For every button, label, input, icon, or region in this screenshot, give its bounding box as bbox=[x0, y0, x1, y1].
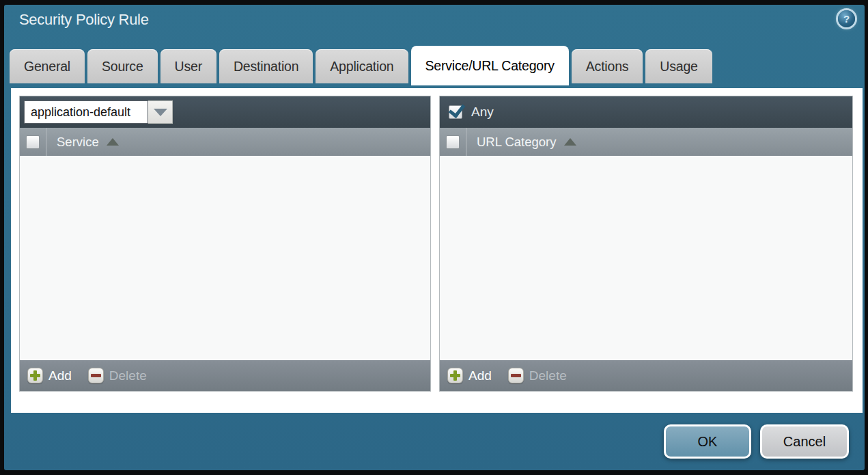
delete-button-label: Delete bbox=[109, 368, 147, 383]
url-category-footer: Add Delete bbox=[440, 360, 852, 391]
add-button-label: Add bbox=[468, 368, 492, 383]
tab-label: Application bbox=[330, 59, 393, 74]
url-category-toolbar: Any bbox=[440, 96, 852, 128]
sort-asc-icon bbox=[564, 138, 576, 146]
any-checkbox-group: Any bbox=[444, 105, 494, 120]
chevron-down-icon bbox=[154, 109, 167, 116]
tab-general[interactable]: General bbox=[10, 49, 85, 83]
tab-label: Service/URL Category bbox=[425, 58, 555, 74]
sort-asc-icon bbox=[107, 138, 119, 146]
minus-icon bbox=[508, 368, 524, 383]
tab-source[interactable]: Source bbox=[87, 49, 158, 83]
service-footer: Add Delete bbox=[20, 360, 430, 391]
cancel-button[interactable]: Cancel bbox=[760, 424, 849, 459]
add-button-label: Add bbox=[48, 368, 72, 383]
plus-icon bbox=[27, 368, 43, 383]
tab-label: Usage bbox=[660, 59, 697, 74]
delete-button-label: Delete bbox=[529, 368, 567, 383]
ok-button[interactable]: OK bbox=[664, 424, 751, 459]
tab-usage[interactable]: Usage bbox=[645, 49, 712, 83]
tab-label: User bbox=[175, 59, 202, 74]
url-category-panel: Any URL Category Add bbox=[439, 96, 853, 392]
service-add-button[interactable]: Add bbox=[27, 368, 72, 383]
tab-label: Actions bbox=[586, 59, 629, 74]
any-checkbox[interactable] bbox=[449, 105, 462, 119]
url-category-select-all-checkbox[interactable] bbox=[446, 135, 460, 149]
service-delete-button[interactable]: Delete bbox=[88, 368, 147, 383]
url-category-delete-button[interactable]: Delete bbox=[508, 368, 567, 383]
url-category-list bbox=[440, 156, 852, 360]
checkmark-icon bbox=[449, 100, 466, 118]
service-select-all-cell bbox=[20, 128, 46, 156]
url-category-column-header[interactable]: URL Category bbox=[440, 128, 852, 156]
tab-content: Service Add Delete bbox=[11, 88, 863, 413]
service-type-input[interactable] bbox=[24, 100, 148, 124]
url-category-header-label-group: URL Category bbox=[477, 135, 576, 150]
tab-application[interactable]: Application bbox=[316, 49, 408, 83]
url-category-add-button[interactable]: Add bbox=[447, 368, 492, 383]
url-category-select-all-cell bbox=[440, 128, 466, 156]
service-header-label-group: Service bbox=[57, 135, 119, 150]
tab-bar: General Source User Destination Applicat… bbox=[10, 43, 712, 83]
service-panel: Service Add Delete bbox=[19, 96, 431, 392]
tab-destination[interactable]: Destination bbox=[219, 49, 313, 83]
service-toolbar bbox=[20, 96, 430, 128]
url-category-header-label: URL Category bbox=[477, 135, 557, 150]
tab-service-url-category[interactable]: Service/URL Category bbox=[411, 46, 569, 85]
service-select-all-checkbox[interactable] bbox=[26, 135, 40, 149]
dialog-title: Security Policy Rule bbox=[19, 11, 149, 29]
any-label: Any bbox=[471, 105, 494, 120]
tab-label: Source bbox=[102, 59, 143, 74]
help-icon[interactable]: ? bbox=[838, 10, 855, 27]
service-column-header[interactable]: Service bbox=[20, 128, 430, 156]
minus-icon bbox=[88, 368, 104, 383]
service-list bbox=[20, 156, 430, 360]
security-policy-rule-dialog: Security Policy Rule ? General Source Us… bbox=[4, 5, 865, 470]
dialog-action-bar: OK Cancel bbox=[664, 424, 849, 459]
tab-label: Destination bbox=[234, 59, 298, 74]
tab-user[interactable]: User bbox=[160, 49, 216, 83]
tab-label: General bbox=[24, 59, 70, 74]
plus-icon bbox=[447, 368, 463, 383]
service-type-combo bbox=[24, 100, 173, 124]
tab-actions[interactable]: Actions bbox=[572, 49, 643, 83]
service-type-dropdown-button[interactable] bbox=[148, 100, 173, 124]
service-header-label: Service bbox=[57, 135, 99, 150]
